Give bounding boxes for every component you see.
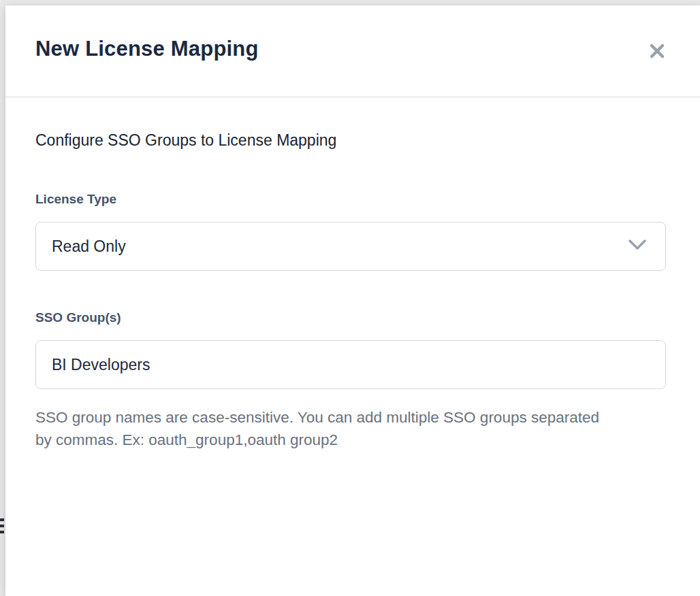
new-license-mapping-dialog: New License Mapping Configure SSO Groups… [5,5,700,596]
clipped-background-icon [0,518,4,536]
sso-groups-help-text: SSO group names are case-sensitive. You … [35,407,607,451]
dialog-body: Configure SSO Groups to License Mapping … [5,97,700,451]
license-type-label: License Type [35,192,670,207]
dialog-title: New License Mapping [35,37,259,61]
close-icon [647,53,667,63]
close-button[interactable] [644,38,670,64]
dialog-header: New License Mapping [5,5,700,97]
chevron-down-icon [629,239,646,253]
sso-groups-label: SSO Group(s) [35,310,670,325]
license-type-select[interactable]: Read Only [35,222,666,271]
license-type-selected-value: Read Only [52,237,126,256]
sso-groups-input[interactable] [35,340,666,389]
dialog-subtitle: Configure SSO Groups to License Mapping [35,131,670,150]
